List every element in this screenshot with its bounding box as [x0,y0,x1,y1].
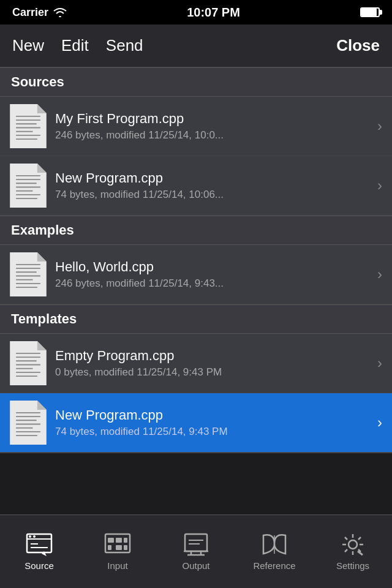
chevron-right-icon: › [377,177,382,194]
file-item-new-program-templates[interactable]: New Program.cpp 74 bytes, modified 11/25… [0,393,392,453]
svg-line-72 [345,537,347,540]
file-list: Sources My First Program.cpp 246 bytes, … [0,67,392,453]
svg-point-48 [29,535,31,538]
chevron-right-icon: › [377,414,382,431]
output-icon [183,532,209,557]
sources-section-header: Sources [0,67,392,97]
tab-settings-label: Settings [336,560,369,571]
svg-rect-55 [124,538,127,543]
file-name: Hello, World.cpp [55,259,372,275]
source-icon [26,532,53,557]
file-item-empty-program[interactable]: Empty Program.cpp 0 bytes, modified 11/2… [0,334,392,393]
edit-button[interactable]: Edit [61,36,89,55]
file-info: New Program.cpp 74 bytes, modified 11/25… [55,407,372,438]
status-time: 10:07 PM [187,6,240,20]
file-item-my-first-program[interactable]: My First Program.cpp 246 bytes, modified… [0,97,392,156]
carrier-label: Carrier [12,6,48,19]
file-icon [10,252,47,296]
svg-line-75 [345,549,347,552]
file-name: My First Program.cpp [55,111,372,127]
file-icon [10,164,47,208]
svg-point-0 [59,16,61,17]
tab-reference[interactable]: Reference [238,532,311,571]
file-icon [10,104,47,148]
svg-rect-59 [185,534,207,551]
tab-input[interactable]: Input [81,532,154,571]
file-info: My First Program.cpp 246 bytes, modified… [55,111,372,141]
tab-reference-label: Reference [253,560,295,571]
file-icon [10,401,47,445]
svg-rect-58 [124,545,127,550]
svg-marker-11 [37,164,47,173]
svg-marker-20 [37,252,47,262]
file-item-new-program-sources[interactable]: New Program.cpp 74 bytes, modified 11/25… [0,156,392,216]
templates-section-header: Templates [0,304,392,334]
file-meta: 246 bytes, modified 11/25/14, 10:0... [55,129,372,141]
svg-rect-53 [108,538,114,543]
file-info: Empty Program.cpp 0 bytes, modified 11/2… [55,348,372,379]
tab-output[interactable]: Output [159,532,233,571]
tab-output-label: Output [182,560,209,571]
file-info: New Program.cpp 74 bytes, modified 11/25… [55,170,372,201]
file-name: Empty Program.cpp [55,348,372,364]
input-icon [104,532,131,557]
file-item-hello-world[interactable]: Hello, World.cpp 246 bytes, modified 11/… [0,245,392,304]
wifi-icon [53,7,67,17]
svg-rect-54 [116,538,122,543]
svg-line-74 [358,537,361,540]
content-spacer [0,453,392,514]
battery-icon [360,7,380,17]
svg-point-67 [349,540,357,549]
svg-point-49 [33,535,36,538]
settings-icon [339,532,366,557]
svg-marker-2 [37,104,47,113]
svg-rect-57 [116,545,122,550]
file-meta: 74 bytes, modified 11/25/14, 10:06... [55,189,372,201]
status-left: Carrier [12,6,67,19]
file-info: Hello, World.cpp 246 bytes, modified 11/… [55,259,372,290]
nav-left-buttons: New Edit Send [12,36,143,55]
nav-bar: New Edit Send Close [0,24,392,67]
file-meta: 0 bytes, modified 11/25/14, 9:43 PM [55,366,372,379]
tab-bar: Source Input [0,514,392,588]
new-button[interactable]: New [12,36,44,55]
svg-rect-56 [108,545,111,550]
tab-settings[interactable]: Settings [316,532,390,571]
status-bar: Carrier 10:07 PM [0,0,392,24]
close-button[interactable]: Close [336,36,380,55]
chevron-right-icon: › [377,266,382,283]
chevron-right-icon: › [377,355,382,372]
svg-marker-29 [37,341,47,350]
file-name: New Program.cpp [55,170,372,186]
file-icon [10,341,47,385]
tab-input-label: Input [107,560,127,571]
svg-marker-38 [37,401,47,410]
send-button[interactable]: Send [106,36,143,55]
examples-section-header: Examples [0,216,392,245]
reference-icon [261,532,288,557]
tab-source-label: Source [24,560,54,571]
file-meta: 74 bytes, modified 11/25/14, 9:43 PM [55,426,372,438]
file-name: New Program.cpp [55,407,372,423]
chevron-right-icon: › [377,118,382,135]
tab-source[interactable]: Source [2,532,76,571]
file-meta: 246 bytes, modified 11/25/14, 9:43... [55,277,372,290]
